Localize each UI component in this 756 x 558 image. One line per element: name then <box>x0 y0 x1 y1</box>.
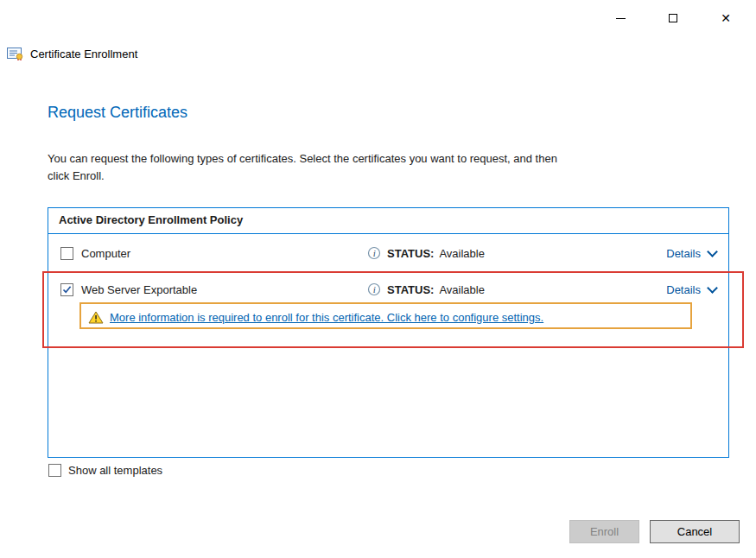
web-server-exportable-checkbox[interactable] <box>60 283 73 296</box>
certificate-row-computer: Computer i STATUS: Available Details <box>48 242 728 264</box>
chevron-down-icon <box>707 246 718 257</box>
status-group-web-server-exportable: i STATUS: Available <box>367 282 485 296</box>
details-toggle-computer[interactable]: Details <box>666 247 716 260</box>
cancel-button[interactable]: Cancel <box>650 520 740 543</box>
status-group-computer: i STATUS: Available <box>367 246 485 260</box>
details-label: Details <box>666 247 701 260</box>
certificate-enrollment-window: ✕ Certificate Enrollment Request Certifi… <box>0 0 756 558</box>
configure-settings-link[interactable]: More information is required to enroll f… <box>110 311 543 324</box>
warning-icon <box>88 311 104 324</box>
window-controls: ✕ <box>582 5 740 31</box>
enrollment-policy-panel: Active Directory Enrollment Policy Compu… <box>48 207 729 458</box>
certificate-row-web-server-exportable: Web Server Exportable i STATUS: Availabl… <box>48 278 728 301</box>
status-value: Available <box>439 283 485 296</box>
check-icon <box>62 285 72 295</box>
certificate-enrollment-icon <box>7 47 24 60</box>
svg-text:i: i <box>373 248 376 258</box>
more-info-row: More information is required to enroll f… <box>48 306 728 328</box>
chevron-down-icon <box>707 282 718 294</box>
maximize-button[interactable] <box>658 5 688 31</box>
policy-panel-header: Active Directory Enrollment Policy <box>48 208 728 234</box>
description-line-2: click Enroll. <box>48 168 557 185</box>
enroll-button[interactable]: Enroll <box>569 520 639 543</box>
status-label: STATUS: <box>387 283 434 296</box>
close-icon: ✕ <box>721 12 731 24</box>
status-value: Available <box>439 247 485 260</box>
certificate-label-computer: Computer <box>81 247 367 260</box>
info-icon: i <box>367 246 381 260</box>
info-icon: i <box>367 282 381 296</box>
titlebar: Certificate Enrollment <box>7 47 137 60</box>
show-all-templates: Show all templates <box>48 464 162 477</box>
details-toggle-web-server-exportable[interactable]: Details <box>666 283 716 296</box>
maximize-icon <box>669 14 677 22</box>
show-all-templates-checkbox[interactable] <box>48 464 61 477</box>
svg-text:i: i <box>373 284 376 295</box>
minimize-icon <box>616 18 626 19</box>
window-title: Certificate Enrollment <box>30 48 137 60</box>
minimize-button[interactable] <box>606 5 635 31</box>
computer-checkbox[interactable] <box>60 247 73 260</box>
show-all-templates-label: Show all templates <box>68 464 162 477</box>
description-line-1: You can request the following types of c… <box>48 150 557 168</box>
close-button[interactable]: ✕ <box>711 5 740 31</box>
page-description: You can request the following types of c… <box>48 150 557 185</box>
certificate-label-web-server-exportable: Web Server Exportable <box>81 283 367 296</box>
status-label: STATUS: <box>387 247 434 260</box>
page-title: Request Certificates <box>48 104 187 122</box>
details-label: Details <box>666 283 701 296</box>
